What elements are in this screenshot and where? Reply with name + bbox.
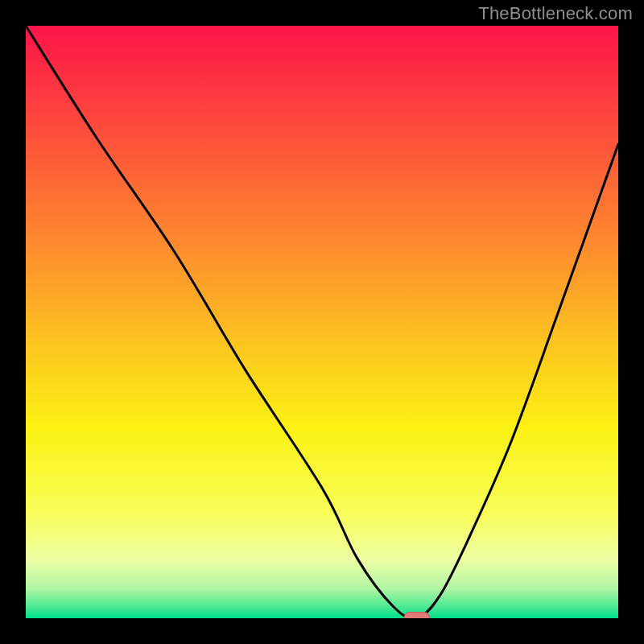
- chart-container: TheBottleneck.com: [0, 0, 644, 644]
- plot-background: [26, 26, 618, 618]
- watermark-text: TheBottleneck.com: [478, 3, 633, 24]
- bottleneck-chart: [0, 0, 644, 644]
